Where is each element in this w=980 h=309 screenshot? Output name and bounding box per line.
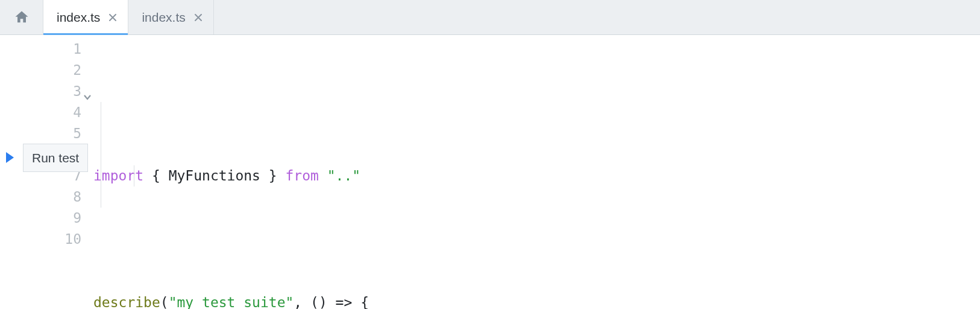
home-button[interactable] <box>0 0 43 34</box>
line-number: 2 <box>0 60 93 81</box>
run-test-tooltip: Run test <box>23 144 88 172</box>
line-number: 9 <box>0 208 93 229</box>
line-number: 8 <box>0 186 93 208</box>
line-number: 1 <box>0 39 93 60</box>
line-number: 10 <box>0 229 93 250</box>
indent-guide <box>134 165 134 186</box>
code-area[interactable]: import { MyFunctions } from ".." describ… <box>93 35 980 309</box>
line-number: 5 <box>0 123 93 144</box>
run-test-gutter-marker[interactable] <box>6 147 14 168</box>
line-number: 3 <box>0 81 93 102</box>
tab-label: index.ts <box>57 10 100 25</box>
line-number: 4 <box>0 102 93 123</box>
code-line: describe("my test suite", () => { <box>93 292 980 309</box>
play-icon <box>6 152 14 163</box>
code-editor[interactable]: 1 2 3 4 5 6 7 8 9 10 Run test import { M… <box>0 35 980 309</box>
code-line: import { MyFunctions } from ".." <box>93 165 980 186</box>
tab-label: index.ts <box>142 10 185 25</box>
close-icon[interactable] <box>194 13 203 22</box>
tab-index-ts-active[interactable]: index.ts <box>43 0 128 34</box>
gutter: 1 2 3 4 5 6 7 8 9 10 <box>0 35 93 309</box>
tab-index-ts-inactive[interactable]: index.ts <box>128 0 213 34</box>
tab-bar: index.ts index.ts <box>0 0 980 35</box>
close-icon[interactable] <box>108 13 117 22</box>
home-icon <box>13 9 30 26</box>
indent-guide <box>101 102 101 208</box>
code-line <box>93 229 980 250</box>
